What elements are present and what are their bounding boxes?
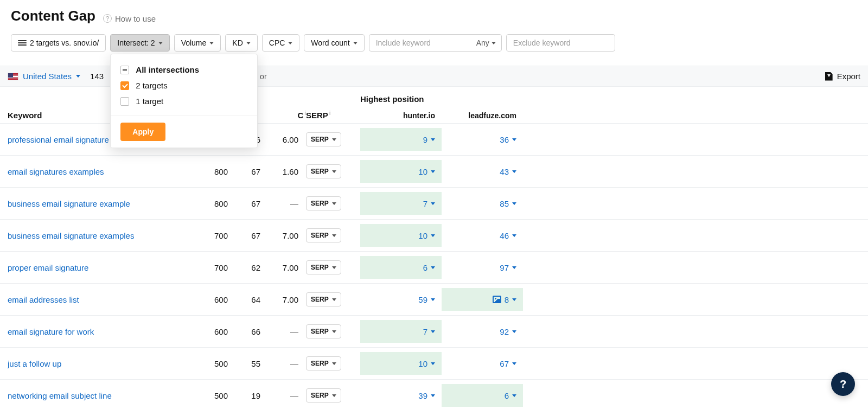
chevron-down-icon [76,75,80,78]
serp-button-label: SERP [311,360,329,367]
include-keyword-input[interactable] [375,38,472,48]
table-row: email addresses list600647.00SERP598 [0,284,868,316]
serp-button[interactable]: SERP [306,164,341,178]
position-cell-competitor-2[interactable]: 6 [442,384,523,407]
serp-button-label: SERP [311,264,329,271]
col-cpc[interactable]: Ci [268,110,306,120]
cpc-filter[interactable]: CPC [262,34,300,52]
col-serp[interactable]: SERPi [306,110,360,120]
volume-cell: 800 [192,167,235,176]
serp-button[interactable]: SERP [306,196,341,210]
position-value: 6 [423,263,427,272]
position-cell-competitor-1[interactable]: 9 [360,128,442,151]
country-selector[interactable]: United States [8,72,80,81]
position-cell-competitor-1[interactable]: 39 [360,384,442,407]
include-match-mode[interactable]: Any [476,39,496,47]
keyword-link[interactable]: just a follow up [8,359,192,368]
kd-cell: 67 [235,167,268,176]
position-cell-competitor-2[interactable]: 46 [442,224,523,247]
cpc-filter-label: CPC [269,39,285,47]
position-cell-competitor-1[interactable]: 7 [360,320,442,343]
serp-button[interactable]: SERP [306,324,341,338]
keyword-link[interactable]: email addresses list [8,295,192,304]
table-row: email signatures examples800671.60SERP10… [0,156,868,188]
position-value: 39 [418,391,427,400]
position-cell-competitor-1[interactable]: 10 [360,352,442,375]
chevron-down-icon [431,202,435,205]
chevron-down-icon [332,202,336,205]
word-count-filter-label: Word count [311,39,349,47]
chevron-down-icon [332,234,336,237]
serp-cell: SERP [306,324,360,338]
chevron-down-icon [431,234,435,237]
position-cell-competitor-2[interactable]: 36 [442,128,523,151]
position-cell-competitor-2[interactable]: 85 [442,192,523,215]
us-flag-icon [8,73,18,80]
intersect-filter-label: Intersect: 2 [117,39,155,47]
serp-cell: SERP [306,356,360,370]
intersect-option-all-label: All intersections [136,65,199,74]
keyword-link[interactable]: business email signature example [8,199,192,208]
exclude-keyword-input[interactable] [512,38,609,48]
chevron-down-icon [431,330,435,333]
cpc-cell: 6.00 [268,135,306,144]
download-icon [825,72,833,81]
keyword-link[interactable]: proper email signature [8,263,192,272]
table-row: business email signature example80067—SE… [0,188,868,220]
volume-cell: 500 [192,391,235,400]
keyword-link[interactable]: email signatures examples [8,167,192,176]
kd-cell: 19 [235,391,268,400]
export-button[interactable]: Export [825,72,860,81]
position-value: 46 [500,231,509,240]
serp-cell: SERP [306,292,360,306]
position-cell-competitor-2[interactable]: 8 [442,288,523,311]
intersect-option-2[interactable]: 2 targets [120,78,247,93]
kd-filter[interactable]: KD [225,34,257,52]
position-value: 85 [500,199,509,208]
intersect-filter[interactable]: Intersect: 2 [110,34,169,52]
serp-cell: SERP [306,260,360,274]
word-count-filter[interactable]: Word count [304,34,364,52]
results-count: 143 [90,72,104,81]
col-competitor-1: hunter.io [360,111,442,120]
serp-button[interactable]: SERP [306,292,341,306]
help-icon: ? [103,14,112,23]
serp-button[interactable]: SERP [306,260,341,274]
table-row: networking email subject line50019—SERP3… [0,380,868,409]
serp-button-label: SERP [311,168,329,175]
position-cell-competitor-2[interactable]: 97 [442,256,523,279]
cpc-cell: 7.00 [268,263,306,272]
table-row: email signature for work60066—SERP792 [0,316,868,348]
targets-filter[interactable]: 2 targets vs. snov.io/ [11,34,106,52]
chevron-down-icon [512,330,516,333]
intersect-option-all[interactable]: All intersections [120,62,247,78]
country-label: United States [23,72,72,81]
apply-button[interactable]: Apply [120,123,165,141]
position-cell-competitor-2[interactable]: 43 [442,160,523,183]
position-cell-competitor-1[interactable]: 10 [360,224,442,247]
serp-button[interactable]: SERP [306,228,341,242]
position-cell-competitor-2[interactable]: 67 [442,352,523,375]
keyword-link[interactable]: business email signature examples [8,231,192,240]
position-cell-competitor-1[interactable]: 10 [360,160,442,183]
position-cell-competitor-1[interactable]: 7 [360,192,442,215]
keyword-link[interactable]: networking email subject line [8,391,192,400]
page-title: Content Gap [11,8,95,24]
position-cell-competitor-1[interactable]: 6 [360,256,442,279]
how-to-use-link[interactable]: ? How to use [103,14,156,23]
volume-cell: 600 [192,295,235,304]
chevron-down-icon [332,394,336,397]
serp-button[interactable]: SERP [306,132,341,146]
position-value: 43 [500,167,509,176]
serp-button[interactable]: SERP [306,356,341,370]
position-cell-competitor-2[interactable]: 92 [442,320,523,343]
intersect-option-1[interactable]: 1 target [120,93,247,109]
help-fab[interactable]: ? [831,372,855,396]
serp-button[interactable]: SERP [306,388,341,402]
keyword-link[interactable]: email signature for work [8,327,192,336]
volume-cell: 800 [192,199,235,208]
chevron-down-icon [512,170,516,173]
position-cell-competitor-1[interactable]: 59 [360,288,442,311]
volume-filter[interactable]: Volume [174,34,221,52]
cpc-cell: 7.00 [268,295,306,304]
